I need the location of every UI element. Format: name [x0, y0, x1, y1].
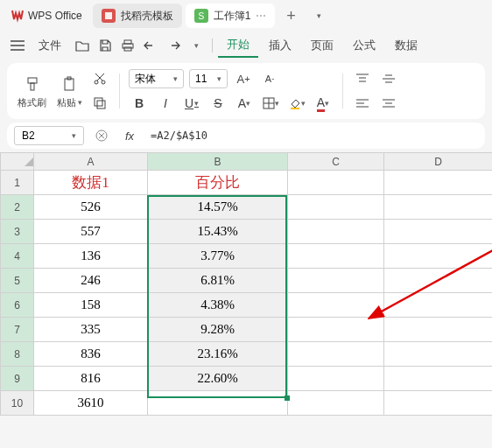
row-head[interactable]: 8: [1, 342, 34, 367]
menu-page[interactable]: 页面: [302, 34, 342, 57]
cell[interactable]: [384, 293, 493, 318]
col-head-D[interactable]: D: [384, 153, 493, 171]
strike-button[interactable]: S: [207, 93, 228, 114]
cell-reference-input[interactable]: B2▾: [14, 126, 84, 145]
align-center-icon[interactable]: [378, 93, 399, 114]
grid[interactable]: A B C D 1 数据1 百分比 252614.57% 355715.43% …: [0, 152, 492, 416]
cell[interactable]: [288, 391, 384, 416]
align-left-icon[interactable]: [352, 93, 373, 114]
cell[interactable]: [384, 342, 493, 367]
paste-label[interactable]: 粘贴▾: [57, 96, 82, 109]
cell[interactable]: [384, 244, 493, 269]
row-head[interactable]: 10: [1, 391, 34, 416]
font-name-select[interactable]: 宋体▾: [129, 69, 184, 88]
cell[interactable]: [288, 171, 384, 195]
menu-file[interactable]: 文件: [30, 34, 70, 57]
tab-menu-icon[interactable]: ⋯: [256, 10, 266, 22]
cut-icon[interactable]: [89, 68, 110, 89]
print-icon[interactable]: [117, 35, 138, 56]
cell[interactable]: 816: [34, 367, 148, 391]
italic-button[interactable]: I: [155, 93, 176, 114]
fill-color-button[interactable]: ▾: [286, 93, 307, 114]
fx-icon[interactable]: fx: [119, 125, 140, 146]
row-head[interactable]: 6: [1, 293, 34, 318]
cell[interactable]: [288, 367, 384, 391]
cell[interactable]: [288, 220, 384, 244]
cell[interactable]: 数据1: [34, 171, 148, 195]
font-style-button[interactable]: A▾: [234, 93, 255, 114]
cell[interactable]: [384, 171, 493, 195]
cell[interactable]: [148, 391, 288, 416]
cell[interactable]: [288, 195, 384, 220]
font-increase-icon[interactable]: A+: [233, 68, 254, 89]
menu-formula[interactable]: 公式: [344, 34, 384, 57]
row-head[interactable]: 7: [1, 318, 34, 342]
cell[interactable]: [288, 342, 384, 367]
cell[interactable]: 246: [34, 269, 148, 293]
row-head[interactable]: 3: [1, 220, 34, 244]
cell[interactable]: [384, 195, 493, 220]
cell[interactable]: [384, 269, 493, 293]
cell[interactable]: [384, 391, 493, 416]
cell[interactable]: 136: [34, 244, 148, 269]
cell[interactable]: 14.57%: [148, 195, 288, 220]
border-button[interactable]: ▾: [260, 93, 281, 114]
row-head[interactable]: 2: [1, 195, 34, 220]
cell[interactable]: 6.81%: [148, 269, 288, 293]
cell[interactable]: 836: [34, 342, 148, 367]
save-icon[interactable]: [95, 35, 116, 56]
menu-insert[interactable]: 插入: [260, 34, 300, 57]
cell[interactable]: 23.16%: [148, 342, 288, 367]
row-head[interactable]: 9: [1, 367, 34, 391]
font-decrease-icon[interactable]: A-: [259, 68, 280, 89]
underline-button[interactable]: U▾: [181, 93, 202, 114]
cell[interactable]: [288, 293, 384, 318]
undo-icon[interactable]: [140, 35, 161, 56]
cell[interactable]: 3.77%: [148, 244, 288, 269]
cell[interactable]: 9.28%: [148, 318, 288, 342]
row-head[interactable]: 1: [1, 171, 34, 195]
selection-handle[interactable]: [285, 396, 290, 401]
cell[interactable]: [288, 244, 384, 269]
col-head-B[interactable]: B: [148, 153, 288, 171]
cancel-formula-icon[interactable]: [91, 125, 112, 146]
cell[interactable]: 557: [34, 220, 148, 244]
cell[interactable]: 3610: [34, 391, 148, 416]
cell[interactable]: 22.60%: [148, 367, 288, 391]
cell[interactable]: 4.38%: [148, 293, 288, 318]
cell[interactable]: [384, 318, 493, 342]
align-top-icon[interactable]: [352, 68, 373, 89]
row-head[interactable]: 4: [1, 244, 34, 269]
row-head[interactable]: 5: [1, 269, 34, 293]
cell[interactable]: 15.43%: [148, 220, 288, 244]
copy-icon[interactable]: [89, 93, 110, 114]
menu-start[interactable]: 开始: [218, 33, 258, 58]
cell[interactable]: [288, 269, 384, 293]
font-color-button[interactable]: A▾: [313, 93, 334, 114]
align-middle-icon[interactable]: [378, 68, 399, 89]
bold-button[interactable]: B: [129, 93, 150, 114]
col-head-C[interactable]: C: [288, 153, 384, 171]
paste-icon[interactable]: [60, 74, 81, 94]
menu-icon[interactable]: [7, 35, 28, 56]
folder-icon[interactable]: [72, 35, 93, 56]
cell[interactable]: [384, 367, 493, 391]
cell[interactable]: [384, 220, 493, 244]
redo-icon[interactable]: [163, 35, 184, 56]
col-head-A[interactable]: A: [34, 153, 148, 171]
tab-template[interactable]: 找稻壳模板: [93, 4, 182, 28]
cell[interactable]: 335: [34, 318, 148, 342]
select-all-corner[interactable]: [1, 153, 34, 171]
cell[interactable]: 526: [34, 195, 148, 220]
menu-dropdown-icon[interactable]: ▾: [186, 35, 207, 56]
cell[interactable]: [288, 318, 384, 342]
tab-workbook[interactable]: S 工作簿1 ⋯: [186, 4, 276, 28]
menu-data[interactable]: 数据: [386, 34, 426, 57]
format-painter-icon[interactable]: [22, 74, 43, 94]
font-size-select[interactable]: 11▾: [189, 69, 228, 88]
formula-input[interactable]: =A2/$A$10: [147, 128, 478, 144]
cell[interactable]: 158: [34, 293, 148, 318]
tab-overflow-button[interactable]: ▾: [306, 4, 331, 28]
cell[interactable]: 百分比: [148, 171, 288, 195]
add-tab-button[interactable]: +: [278, 4, 303, 28]
